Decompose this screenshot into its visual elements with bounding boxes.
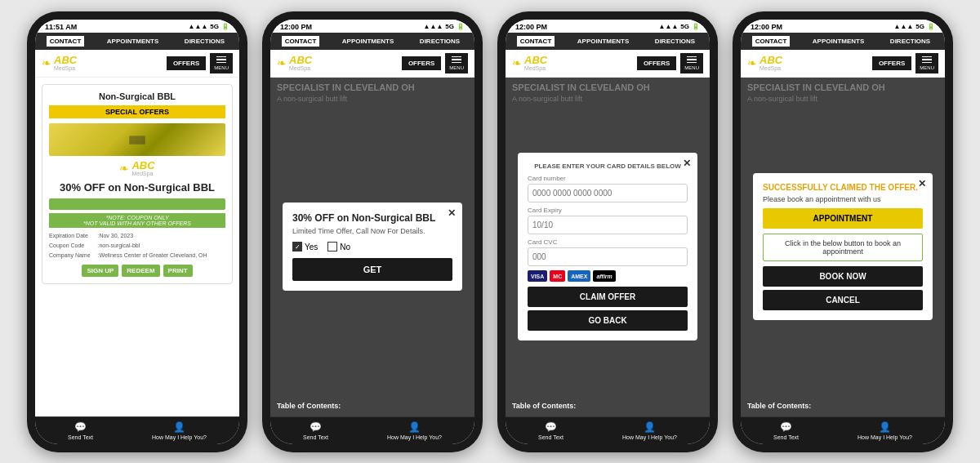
send-text-3[interactable]: 💬 Send Text	[538, 421, 564, 440]
book-desc: Click in the below button to book an app…	[763, 234, 923, 261]
help-4[interactable]: 👤 How May I Help You?	[858, 421, 912, 440]
offers-btn-2[interactable]: OFFERS	[402, 56, 441, 70]
close-icon-4[interactable]: ✕	[918, 178, 926, 189]
menu-btn-3[interactable]: MENU	[680, 53, 703, 74]
toc-4: Table of Contents:	[747, 402, 938, 410]
status-bar-4: 12:00 PM ▲▲▲ 5G 🔋	[741, 20, 945, 33]
menu-btn-2[interactable]: MENU	[445, 53, 468, 74]
app-header-2: ❧ ABC MedSpa OFFERS MENU	[270, 50, 474, 78]
send-text-2[interactable]: 💬 Send Text	[303, 421, 328, 440]
redeem-btn[interactable]: REDEEM	[122, 265, 159, 277]
card-expiry-input[interactable]	[528, 216, 688, 234]
card-cvc-input[interactable]	[528, 247, 688, 266]
modal-box-2: ✕ 30% OFF on Non-Surgical BBL Limited Ti…	[283, 203, 462, 291]
menu-btn-1[interactable]: MENU	[210, 53, 233, 74]
send-text-1[interactable]: 💬 Send Text	[68, 421, 93, 440]
logo-1: ❧ ABC MedSpa	[42, 55, 77, 71]
bottom-bar-3: 💬 Send Text 👤 How May I Help You?	[506, 416, 710, 444]
toc-2: Table of Contents:	[277, 402, 468, 410]
status-bar-2: 12:00 PM ▲▲▲ 5G 🔋	[270, 20, 474, 33]
card-modal-title: PLEASE ENTER YOUR CARD DETAILS BELOW	[528, 162, 688, 170]
specialist-screen-3: SPECIALIST IN CLEVELAND OH A non-surgica…	[506, 78, 710, 416]
nav-directions-2[interactable]: DIRECTIONS	[416, 36, 463, 47]
signal-3: ▲▲▲ 5G 🔋	[659, 23, 700, 30]
top-nav-2: CONTACT APPOINTMENTS DIRECTIONS	[270, 33, 474, 50]
go-back-btn[interactable]: GO BACK	[528, 310, 688, 331]
bottom-bar-4: 💬 Send Text 👤 How May I Help You?	[741, 416, 945, 444]
coupon-details: Expiration Date:Nov 30, 2023 Coupon Code…	[49, 231, 225, 260]
success-title: SUCCESSFULLY CLAIMED THE OFFER.	[763, 183, 923, 192]
nav-directions-3[interactable]: DIRECTIONS	[652, 36, 698, 47]
offers-btn-3[interactable]: OFFERS	[637, 56, 676, 70]
top-nav-1: CONTACT APPOINTMENTS DIRECTIONS	[35, 33, 239, 50]
modal-overlay-2: ✕ 30% OFF on Non-Surgical BBL Limited Ti…	[270, 78, 474, 416]
claim-offer-btn[interactable]: CLAIM OFFER	[528, 287, 688, 307]
help-1[interactable]: 👤 How May I Help You?	[152, 421, 207, 440]
modal-box-3: ✕ PLEASE ENTER YOUR CARD DETAILS BELOW C…	[518, 153, 697, 341]
send-text-4[interactable]: 💬 Send Text	[773, 421, 799, 440]
close-icon-3[interactable]: ✕	[683, 158, 691, 169]
logo-2: ❧ ABC MedSpa	[277, 55, 312, 71]
help-2[interactable]: 👤 How May I Help You?	[387, 421, 442, 440]
nav-appointments-1[interactable]: APPOINTMENTS	[104, 36, 163, 47]
offers-btn-1[interactable]: OFFERS	[167, 56, 206, 70]
nav-contact-2[interactable]: CONTACT	[282, 36, 320, 47]
menu-btn-4[interactable]: MENU	[915, 53, 938, 74]
help-3[interactable]: 👤 How May I Help You?	[622, 421, 677, 440]
specialist-screen-4: SPECIALIST IN CLEVELAND OH A non-surgica…	[741, 78, 945, 416]
signal-4: ▲▲▲ 5G 🔋	[894, 23, 935, 30]
status-bar-1: 11:51 AM ▲▲▲ 5G 🔋	[35, 20, 239, 33]
close-icon-2[interactable]: ✕	[448, 207, 456, 219]
coupon-green-bar	[49, 198, 225, 210]
coupon-logo: ❧ ABC MedSpa	[49, 160, 225, 176]
signal-1: ▲▲▲ 5G 🔋	[189, 23, 229, 30]
offers-btn-4[interactable]: OFFERS	[872, 56, 911, 70]
time-2: 12:00 PM	[280, 23, 312, 31]
coupon-title: Non-Surgical BBL	[49, 91, 225, 101]
nav-directions-4[interactable]: DIRECTIONS	[887, 36, 933, 47]
mc-icon: MC	[550, 270, 565, 282]
modal-overlay-3: ✕ PLEASE ENTER YOUR CARD DETAILS BELOW C…	[506, 78, 710, 416]
success-subtitle: Please book an appointment with us	[763, 195, 923, 203]
modal-overlay-4: ✕ SUCCESSFULLY CLAIMED THE OFFER. Please…	[741, 78, 945, 416]
phone-4: 12:00 PM ▲▲▲ 5G 🔋 CONTACT APPOINTMENTS D…	[733, 11, 953, 452]
cancel-btn[interactable]: CANCEL	[763, 290, 923, 310]
card-number-label: Card number	[528, 175, 688, 182]
top-nav-3: CONTACT APPOINTMENTS DIRECTIONS	[506, 33, 710, 50]
logo-4: ❧ ABC MedSpa	[747, 55, 782, 71]
book-now-btn[interactable]: BOOK NOW	[763, 266, 923, 287]
checkbox-yes-2[interactable]: ✓	[292, 242, 302, 252]
phone-1: 11:51 AM ▲▲▲ 5G 🔋 CONTACT APPOINTMENTS D…	[27, 11, 247, 452]
option-no-2[interactable]: No	[327, 242, 350, 252]
status-bar-3: 12:00 PM ▲▲▲ 5G 🔋	[506, 20, 710, 33]
toc-3: Table of Contents:	[512, 402, 703, 410]
signup-btn[interactable]: SIGN UP	[82, 265, 118, 277]
coupon-discount: 30% OFF on Non-Surgical BBL	[49, 181, 225, 194]
checkbox-no-2[interactable]	[327, 242, 337, 252]
app-header-1: ❧ ABC MedSpa OFFERS MENU	[35, 50, 239, 78]
nav-contact-1[interactable]: CONTACT	[47, 36, 85, 47]
option-yes-2[interactable]: ✓ Yes	[292, 242, 318, 252]
nav-appointments-3[interactable]: APPOINTMENTS	[574, 36, 633, 47]
nav-directions-1[interactable]: DIRECTIONS	[181, 36, 228, 47]
modal-options-2: ✓ Yes No	[292, 242, 452, 252]
get-btn-2[interactable]: GET	[292, 258, 452, 281]
app-header-4: ❧ ABC MedSpa OFFERS MENU	[741, 50, 945, 78]
visa-icon: VISA	[528, 270, 547, 282]
print-btn[interactable]: PRINT	[163, 265, 193, 277]
amex-icon: AMEX	[568, 270, 590, 282]
signal-2: ▲▲▲ 5G 🔋	[424, 23, 465, 30]
nav-contact-3[interactable]: CONTACT	[517, 36, 555, 47]
modal-box-4: ✕ SUCCESSFULLY CLAIMED THE OFFER. Please…	[753, 173, 933, 320]
phone-3: 12:00 PM ▲▲▲ 5G 🔋 CONTACT APPOINTMENTS D…	[497, 11, 718, 452]
phone-2: 12:00 PM ▲▲▲ 5G 🔋 CONTACT APPOINTMENTS D…	[262, 11, 483, 452]
nav-contact-4[interactable]: CONTACT	[752, 36, 791, 47]
leaf-icon-1: ❧	[42, 56, 51, 69]
bottom-bar-1: 💬 Send Text 👤 How May I Help You?	[35, 416, 239, 444]
time-1: 11:51 AM	[45, 23, 77, 31]
card-number-input[interactable]	[528, 184, 688, 203]
nav-appointments-2[interactable]: APPOINTMENTS	[339, 36, 398, 47]
card-expiry-label: Card Expiry	[528, 207, 688, 214]
appointment-btn[interactable]: APPOINTMENT	[763, 208, 923, 229]
nav-appointments-4[interactable]: APPOINTMENTS	[809, 36, 868, 47]
